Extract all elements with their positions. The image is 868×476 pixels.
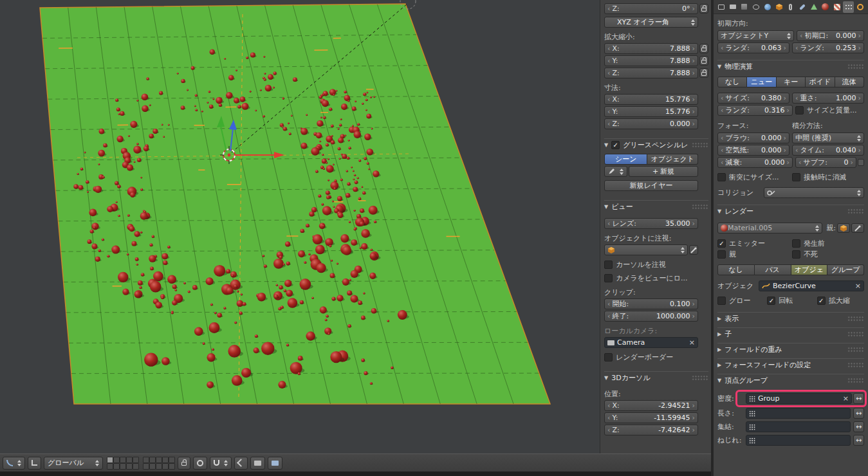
panel-grip-icon[interactable] (692, 142, 708, 148)
layer-cell[interactable] (120, 457, 126, 463)
tab-render-icon[interactable] (727, 1, 738, 13)
proportional-edit-button[interactable] (193, 457, 207, 470)
editor-bottom-edge[interactable] (0, 471, 711, 476)
timestep-field[interactable]: タイム:0.040 (792, 145, 864, 156)
material-dropdown[interactable]: Material.005 (717, 223, 822, 233)
dead-checkbox[interactable] (792, 250, 800, 259)
force-fields-panel-header[interactable]: ▶ フォースフィールドの設定 (717, 358, 864, 370)
layer-cell[interactable] (133, 463, 139, 470)
kink-vgroup-field[interactable] (746, 435, 851, 446)
tab-particles-icon[interactable] (843, 1, 854, 13)
eyedropper-button[interactable] (689, 245, 698, 255)
panel-grip-icon[interactable] (847, 208, 864, 214)
kink-invert-button[interactable]: ↔ (853, 435, 864, 446)
dupli-object-field[interactable]: BezierCurve × (759, 280, 864, 291)
drag-field[interactable]: 空気抵:0.000 (717, 145, 790, 156)
layer-cell[interactable] (149, 457, 156, 463)
tab-material-icon[interactable] (820, 1, 831, 13)
layer-cell[interactable] (169, 463, 175, 470)
snap-button[interactable] (210, 457, 232, 470)
layer-grid-2[interactable] (143, 457, 175, 470)
tab-physics-icon[interactable] (854, 1, 865, 13)
lock-camera-checkbox[interactable] (604, 274, 613, 282)
physics-type-newtonian[interactable]: ニュー (747, 77, 776, 87)
panel-grip-icon[interactable] (847, 378, 864, 383)
size-field[interactable]: サイズ:0.380 (717, 93, 790, 104)
length-invert-button[interactable]: ↔ (853, 408, 864, 419)
scale-y-field[interactable]: Y:7.888 (604, 55, 698, 66)
layer-cell[interactable] (162, 457, 169, 463)
scale-z-lock-icon[interactable] (699, 68, 708, 78)
scale-y-lock-icon[interactable] (699, 56, 708, 66)
physics-type-none[interactable]: なし (717, 77, 747, 87)
pivot-point-button[interactable] (28, 457, 41, 470)
vertex-groups-panel-header[interactable]: ▼ 頂点グループ (717, 374, 864, 385)
cursor-y-field[interactable]: Y:-11.59945 (604, 412, 698, 423)
clip-end-field[interactable]: 終了:1000.000 (604, 311, 698, 322)
scale-z-field[interactable]: Z:7.888 (604, 68, 698, 78)
cursor-panel-header[interactable]: ▼ 3Dカーソル (604, 371, 708, 383)
local-camera-field[interactable]: Camera × (604, 337, 698, 348)
panel-grip-icon[interactable] (847, 64, 864, 69)
properties-editor-selector-icon[interactable] (716, 1, 726, 13)
global-checkbox[interactable] (717, 297, 726, 305)
physics-panel-header[interactable]: ▼ 物理演算 (717, 60, 864, 71)
render-type-path[interactable]: パス (755, 264, 791, 275)
gp-object-tab[interactable]: オブジェクト (647, 154, 698, 165)
viewport-canvas[interactable] (0, 0, 600, 453)
random-phase-field[interactable]: ランダ:0.253 (792, 42, 864, 53)
orientation-mode-dropdown[interactable]: オブジェクトY (717, 30, 794, 41)
editor-type-button[interactable] (3, 457, 25, 470)
scale-checkbox[interactable]: ✓ (817, 297, 826, 305)
layer-cell[interactable] (126, 457, 133, 463)
rotation-z-field[interactable]: Z: 0° (604, 3, 698, 14)
physics-type-keyed[interactable]: キー (777, 77, 806, 87)
layer-cell[interactable] (107, 457, 113, 463)
layer-cell[interactable] (162, 463, 169, 470)
cursor-x-field[interactable]: X:-2.94521 (604, 400, 698, 411)
clear-camera-icon[interactable]: × (689, 338, 695, 347)
panel-grip-icon[interactable] (692, 204, 708, 210)
parents-checkbox[interactable] (717, 250, 726, 259)
rotation-checkbox[interactable]: ✓ (767, 297, 775, 305)
subframes-auto-button[interactable] (858, 159, 864, 166)
multiply-mass-checkbox[interactable] (795, 106, 804, 114)
field-weights-panel-header[interactable]: ▶ フィールドの重み (717, 343, 864, 354)
tab-object-icon[interactable] (773, 1, 784, 13)
layer-cell[interactable] (169, 457, 175, 463)
display-panel-header[interactable]: ▶ 表示 (717, 312, 864, 324)
integration-dropdown[interactable]: 中間 (推奨) (792, 133, 864, 143)
phase-field[interactable]: 初期口:0.000 (797, 30, 864, 41)
lock-object-dropdown[interactable] (604, 244, 688, 255)
parent-eyedropper-button[interactable] (851, 223, 864, 233)
children-panel-header[interactable]: ▶ 子 (717, 327, 864, 339)
lens-field[interactable]: レンズ:35.000 (604, 218, 698, 229)
orientation-dropdown[interactable]: グローバル (44, 457, 103, 470)
clump-vgroup-field[interactable] (746, 421, 851, 432)
emitter-checkbox[interactable]: ✓ (717, 239, 726, 248)
layer-cell[interactable] (156, 457, 162, 463)
parent-object-button[interactable] (837, 223, 850, 233)
tab-texture-icon[interactable] (831, 1, 842, 13)
scale-x-field[interactable]: X:7.888 (604, 43, 698, 54)
damp-field[interactable]: 減衰:0.000 (717, 157, 793, 168)
layer-cell[interactable] (156, 463, 162, 470)
physics-type-boids[interactable]: ボイド (806, 77, 835, 87)
dim-y-field[interactable]: Y:15.776 (604, 106, 698, 117)
unborn-checkbox[interactable] (792, 239, 800, 248)
gp-draw-dropdown[interactable] (604, 166, 627, 177)
density-vgroup-field[interactable]: Group × (746, 393, 852, 404)
render-type-none[interactable]: なし (717, 264, 755, 275)
render-panel-header[interactable]: ▼ レンダー (717, 205, 864, 216)
size-deflect-checkbox[interactable] (717, 173, 726, 181)
subframes-field[interactable]: サブフ:0 (795, 157, 856, 168)
render-type-object[interactable]: オブジェ (791, 264, 828, 275)
panel-grip-icon[interactable] (847, 331, 864, 337)
physics-type-fluid[interactable]: 流体 (835, 77, 864, 87)
layer-cell[interactable] (133, 457, 139, 463)
tab-world-icon[interactable] (762, 1, 773, 13)
dim-x-field[interactable]: X:15.776 (604, 94, 698, 105)
cursor-z-field[interactable]: Z:-7.42642 (604, 425, 698, 435)
grease-pencil-checkbox[interactable]: ✓ (611, 141, 620, 149)
length-vgroup-field[interactable] (746, 408, 851, 419)
